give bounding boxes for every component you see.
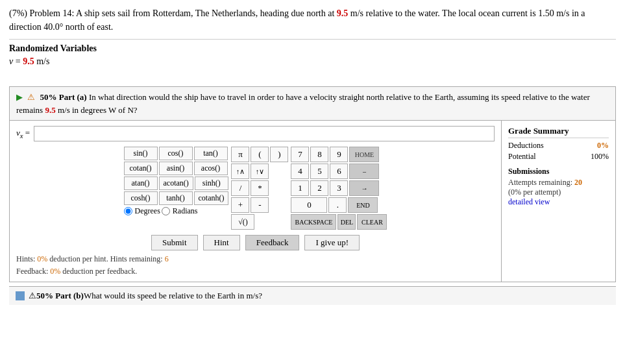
action-row: Submit Hint Feedback I give up! <box>16 235 495 250</box>
btn-sin[interactable]: sin() <box>124 147 158 160</box>
submit-button[interactable]: Submit <box>151 235 198 250</box>
hint-button[interactable]: Hint <box>203 235 240 250</box>
hints-text: Hints: <box>16 254 37 263</box>
op-row-3: / * <box>231 180 288 196</box>
btn-3[interactable]: 3 <box>330 180 348 196</box>
btn-9[interactable]: 9 <box>330 147 348 162</box>
main-container: (7%) Problem 14: A ship sets sail from R… <box>0 0 625 305</box>
radians-label[interactable]: Radians <box>162 206 198 216</box>
btn-clear[interactable]: CLEAR <box>357 214 387 230</box>
warning-icon-b: ⚠ <box>29 291 36 301</box>
input-label: vx = <box>16 128 30 140</box>
btn-cotan[interactable]: cotan() <box>124 162 158 175</box>
potential-row: Potential 100% <box>508 152 609 162</box>
attempts-value: 20 <box>574 178 582 187</box>
keypad-row-2: cotan() asin() acos() <box>124 162 229 175</box>
btn-2[interactable]: 2 <box>310 180 328 196</box>
btn-acos[interactable]: acos() <box>194 162 228 175</box>
potential-value: 100% <box>591 152 609 162</box>
problem-text1: A ship sets sail from Rotterdam, The Net… <box>74 8 337 18</box>
hints-percent: 0% <box>37 254 47 263</box>
keypad-row-1: sin() cos() tan() <box>124 147 229 160</box>
num-row-5: BACKSPACE DEL CLEAR <box>291 214 387 230</box>
detailed-view-link[interactable]: detailed view <box>508 197 550 206</box>
btn-left-arrow[interactable]: – <box>349 164 379 179</box>
deductions-label: Deductions <box>508 141 544 151</box>
btn-del[interactable]: DEL <box>337 214 356 230</box>
btn-close-paren[interactable]: ) <box>270 147 288 162</box>
attempts-row: Attempts remaining: 20 <box>508 178 609 188</box>
btn-6[interactable]: 6 <box>330 164 348 179</box>
feedback-row: Feedback: 0% deduction per feedback. <box>16 267 495 276</box>
btn-7[interactable]: 7 <box>291 147 309 162</box>
num-row-2: 4 5 6 – <box>291 164 387 179</box>
btn-4[interactable]: 4 <box>291 164 309 179</box>
btn-pi[interactable]: π <box>231 147 249 162</box>
hints-row: Hints: 0% deduction per hint. Hints rema… <box>16 254 495 264</box>
feedback-button[interactable]: Feedback <box>245 235 300 250</box>
feedback-deduction: deduction per feedback. <box>60 267 137 276</box>
radians-radio[interactable] <box>162 207 170 215</box>
op-row-5: √() <box>231 214 288 230</box>
keypad-row-4: cosh() tanh() cotanh() <box>124 191 229 205</box>
btn-8[interactable]: 8 <box>310 147 328 162</box>
degrees-radio[interactable] <box>124 207 132 215</box>
btn-up-arrow[interactable]: ↑∧ <box>231 164 249 179</box>
part-a-qvalue: 9.5 <box>45 105 55 115</box>
numpad: 7 8 9 HOME 4 5 6 – 1 2 <box>291 147 387 230</box>
detailed-view-row: detailed view <box>508 197 609 207</box>
btn-minus[interactable]: - <box>251 197 269 213</box>
part-a-percent: 50% Part (a) <box>40 92 87 102</box>
degrees-text: Degrees <box>135 206 160 216</box>
btn-cos[interactable]: cos() <box>159 147 193 160</box>
hints-remaining: 6 <box>165 254 169 263</box>
btn-sinh[interactable]: sinh() <box>195 176 228 190</box>
btn-acotan[interactable]: acotan() <box>159 176 193 190</box>
radians-text: Radians <box>173 206 198 216</box>
variable-value: 9.5 <box>23 56 34 66</box>
btn-cosh[interactable]: cosh() <box>124 191 158 205</box>
btn-end[interactable]: END <box>348 197 378 213</box>
play-icon[interactable]: ▶ <box>16 92 23 102</box>
btn-cotanh[interactable]: cotanh() <box>194 191 229 205</box>
btn-home[interactable]: HOME <box>349 147 379 162</box>
part-b-question: What would its speed be relative to the … <box>84 291 262 301</box>
btn-backspace[interactable]: BACKSPACE <box>291 214 336 230</box>
keypad-functions: sin() cos() tan() cotan() asin() acos() … <box>124 147 229 230</box>
feedback-percent: 0% <box>50 267 60 276</box>
per-attempt-row: (0% per attempt) <box>508 188 609 197</box>
igiveup-button[interactable]: I give up! <box>304 235 360 250</box>
per-attempt-text: (0% per attempt) <box>508 188 561 197</box>
variable-unit: m/s <box>34 56 50 66</box>
btn-dot[interactable]: . <box>328 197 347 213</box>
op-row-2: ↑∧ ↑∨ <box>231 164 288 179</box>
part-b-section: ⚠ 50% Part (b) What would its speed be r… <box>9 286 616 305</box>
problem-v-value: 9.5 <box>337 8 349 18</box>
deductions-row: Deductions 0% <box>508 141 609 151</box>
btn-multiply[interactable]: * <box>251 180 269 196</box>
divider1 <box>9 39 616 40</box>
part-a-body: vx = sin() cos() tan() cotan() <box>10 121 615 282</box>
part-a-header: ▶ ⚠ 50% Part (a) In what direction would… <box>10 87 615 121</box>
warning-icon-a: ⚠ <box>27 92 35 102</box>
btn-asin[interactable]: asin() <box>159 162 193 175</box>
btn-0[interactable]: 0 <box>291 197 327 213</box>
btn-open-paren[interactable]: ( <box>251 147 269 162</box>
btn-atan[interactable]: atan() <box>124 176 158 190</box>
btn-sqrt[interactable]: √() <box>231 214 254 230</box>
btn-divide[interactable]: / <box>231 180 249 196</box>
submissions-title: Submissions <box>508 167 609 176</box>
btn-down-arrow[interactable]: ↑∨ <box>251 164 269 179</box>
variable-line: v = 9.5 m/s <box>9 56 616 67</box>
degrees-label[interactable]: Degrees <box>124 206 160 216</box>
answer-input[interactable] <box>34 126 495 141</box>
btn-plus[interactable]: + <box>231 197 249 213</box>
btn-tanh[interactable]: tanh() <box>159 191 193 205</box>
btn-right-arrow[interactable]: → <box>349 180 379 196</box>
btn-1[interactable]: 1 <box>291 180 309 196</box>
btn-5[interactable]: 5 <box>310 164 328 179</box>
potential-label: Potential <box>508 152 536 162</box>
part-a-qunit: m/s in degrees W of N? <box>56 105 138 115</box>
problem-header: (7%) Problem 14: <box>9 8 74 18</box>
btn-tan[interactable]: tan() <box>194 147 228 160</box>
